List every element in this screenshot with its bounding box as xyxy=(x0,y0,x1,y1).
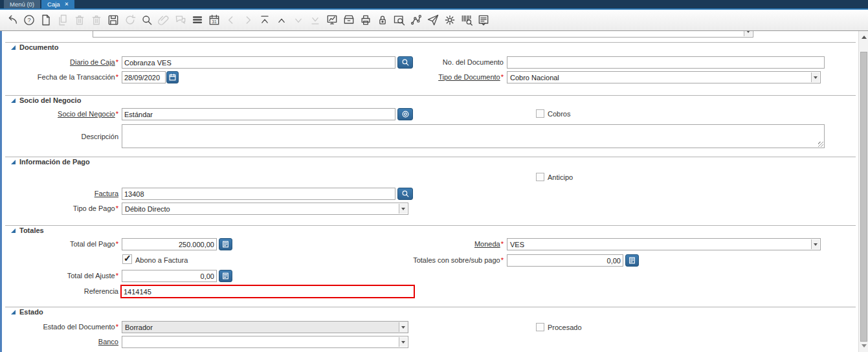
calendar-icon xyxy=(168,73,177,82)
search-icon xyxy=(401,190,410,198)
chevron-down-icon[interactable] xyxy=(399,337,407,347)
calendar-icon[interactable] xyxy=(208,13,221,27)
fecha-transaccion-label: Fecha de la Transacción* xyxy=(0,71,118,83)
diario-de-caja-field[interactable] xyxy=(122,56,395,69)
chevron-down-icon[interactable] xyxy=(811,239,819,249)
send-mail-icon[interactable] xyxy=(427,13,440,27)
sobre-sub-pago-field[interactable] xyxy=(507,254,623,267)
tipo-documento-label: Tipo de Documento* xyxy=(385,71,504,83)
first-record-icon[interactable] xyxy=(258,13,271,27)
undo-icon[interactable] xyxy=(6,13,19,27)
help-icon[interactable] xyxy=(23,13,36,27)
calculator-icon xyxy=(221,240,230,248)
scroll-down-icon[interactable] xyxy=(862,344,867,347)
toolbar xyxy=(0,10,868,31)
chat-icon xyxy=(174,13,187,27)
delete-record-icon xyxy=(73,13,86,27)
banco-select[interactable] xyxy=(122,336,408,348)
save-icon[interactable] xyxy=(107,13,120,27)
section-collapse-icon[interactable] xyxy=(11,228,16,233)
estado-documento-label: Estado del Documento* xyxy=(0,321,118,333)
business-partner-icon xyxy=(401,110,410,118)
print-icon[interactable] xyxy=(359,13,372,27)
socio-negocio-info-button[interactable] xyxy=(397,108,413,120)
total-ajuste-field[interactable] xyxy=(122,270,217,282)
fecha-transaccion-field[interactable] xyxy=(122,71,166,83)
total-ajuste-calculator-button[interactable] xyxy=(219,270,232,282)
report-panel-icon[interactable] xyxy=(477,13,490,27)
vertical-scrollbar[interactable] xyxy=(858,31,868,352)
referencia-field-error-highlight[interactable] xyxy=(120,285,415,298)
referencia-label: Referencia xyxy=(0,285,118,298)
procesado-label: Procesado xyxy=(548,323,582,332)
anticipo-checkbox[interactable] xyxy=(536,173,544,181)
lock-icon[interactable] xyxy=(376,13,389,27)
moneda-label: Moneda* xyxy=(385,238,504,250)
detail-record-icon xyxy=(241,13,254,27)
next-record-icon xyxy=(292,13,305,27)
section-divider xyxy=(5,95,856,96)
no-del-documento-label: No. del Documento xyxy=(385,56,504,69)
refresh-icon xyxy=(124,13,137,27)
resize-handle[interactable] xyxy=(818,142,823,147)
archive-icon[interactable] xyxy=(342,13,355,27)
no-del-documento-field[interactable] xyxy=(507,56,825,69)
tab-caja[interactable]: Caja ✕ xyxy=(41,0,74,8)
calculator-icon xyxy=(628,256,636,265)
section-divider xyxy=(5,42,856,43)
scroll-up-icon[interactable] xyxy=(862,36,867,39)
factura-label: Factura xyxy=(0,188,118,200)
moneda-select[interactable]: VES xyxy=(507,238,821,250)
section-collapse-icon[interactable] xyxy=(11,98,16,103)
banco-label: Banco xyxy=(0,336,118,348)
section-title-totales: Totales xyxy=(19,226,44,234)
abono-factura-checkbox[interactable] xyxy=(122,254,132,264)
tipo-documento-select[interactable]: Cobro Nacional xyxy=(507,71,821,83)
section-collapse-icon[interactable] xyxy=(11,310,16,314)
find-icon[interactable] xyxy=(140,13,153,27)
chevron-down-icon[interactable] xyxy=(811,72,819,82)
section-divider xyxy=(5,225,856,226)
total-pago-field[interactable] xyxy=(122,238,217,250)
total-pago-calculator-button[interactable] xyxy=(219,238,232,250)
delete-selection-icon xyxy=(90,13,103,27)
cobros-checkbox[interactable] xyxy=(536,109,544,118)
previous-record-icon[interactable] xyxy=(275,13,288,27)
tipo-pago-select[interactable]: Débito Directo xyxy=(122,203,408,215)
copy-record-icon xyxy=(56,13,69,27)
sobre-sub-pago-calculator-button[interactable] xyxy=(625,254,639,267)
abono-factura-label: Abono a Factura xyxy=(135,256,188,265)
estado-documento-select[interactable]: Borrador xyxy=(122,321,408,333)
section-title-socio: Socio del Negocio xyxy=(19,96,81,104)
descripcion-field[interactable] xyxy=(122,124,825,148)
socio-negocio-field[interactable] xyxy=(122,108,395,120)
chevron-down-icon[interactable] xyxy=(399,322,407,332)
report-icon[interactable] xyxy=(326,13,339,27)
workflow-icon[interactable] xyxy=(410,13,423,27)
section-title-info-pago: Información de Pago xyxy=(19,158,90,166)
grid-toggle-icon[interactable] xyxy=(191,13,204,27)
preference-icon[interactable] xyxy=(443,13,456,27)
descripcion-label: Descripción xyxy=(0,131,118,143)
section-title-documento: Documento xyxy=(19,43,59,51)
factura-field[interactable] xyxy=(122,188,395,200)
anticipo-label: Anticipo xyxy=(548,173,573,182)
tab-menu[interactable]: Menú (0) xyxy=(4,0,40,8)
barcode-scan-icon[interactable] xyxy=(460,13,473,27)
section-collapse-icon[interactable] xyxy=(11,160,16,164)
factura-search-button[interactable] xyxy=(397,188,413,200)
new-record-icon[interactable] xyxy=(39,13,52,27)
tab-close-icon[interactable]: ✕ xyxy=(65,1,69,7)
fecha-calendar-button[interactable] xyxy=(166,71,179,83)
scrollbar-thumb[interactable] xyxy=(860,52,867,342)
section-collapse-icon[interactable] xyxy=(11,45,16,50)
chevron-down-icon[interactable] xyxy=(399,204,407,214)
section-title-estado: Estado xyxy=(19,308,43,316)
cobros-label: Cobros xyxy=(548,109,570,118)
calculator-icon xyxy=(221,272,230,280)
sobre-sub-pago-label: Totales con sobre/sub pago* xyxy=(362,254,504,267)
zoom-across-icon[interactable] xyxy=(393,13,406,27)
socio-negocio-label: Socio del Negocio* xyxy=(0,108,118,120)
total-pago-label: Total del Pago* xyxy=(0,238,118,250)
procesado-checkbox[interactable] xyxy=(536,323,544,331)
